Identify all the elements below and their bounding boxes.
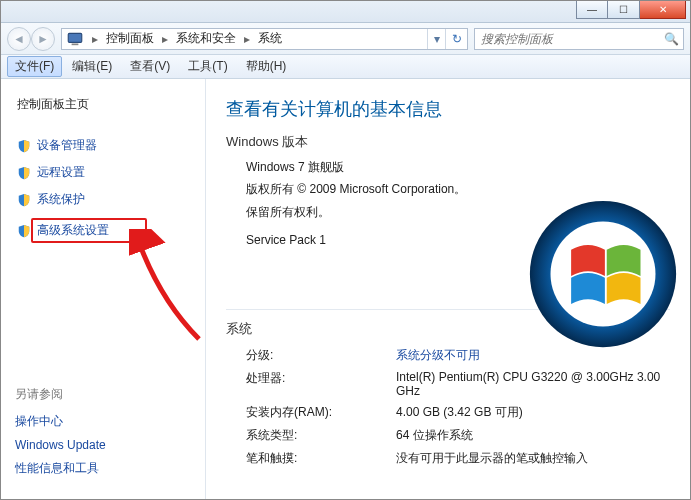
see-also-section: 另请参阅 操作中心 Windows Update 性能信息和工具: [1, 374, 205, 499]
search-box[interactable]: 🔍: [474, 28, 684, 50]
sidebar-item-advanced-system-settings[interactable]: 高级系统设置: [15, 213, 191, 248]
menu-edit[interactable]: 编辑(E): [64, 56, 120, 77]
search-input[interactable]: [479, 31, 664, 47]
spec-value: 4.00 GB (3.42 GB 可用): [396, 404, 670, 421]
minimize-button[interactable]: —: [576, 1, 608, 19]
menu-file[interactable]: 文件(F): [7, 56, 62, 77]
spec-label: 分级:: [246, 347, 396, 364]
spec-row-ram: 安装内存(RAM): 4.00 GB (3.42 GB 可用): [246, 401, 670, 424]
seealso-windows-update[interactable]: Windows Update: [15, 434, 191, 456]
breadcrumb-dropdown-icon[interactable]: ▾: [427, 29, 445, 49]
sidebar-item-remote-settings[interactable]: 远程设置: [15, 159, 191, 186]
shield-icon: [17, 224, 31, 238]
sidebar-home[interactable]: 控制面板主页: [15, 91, 191, 118]
crumb-sep-icon: ▸: [88, 32, 102, 46]
menu-bar: 文件(F) 编辑(E) 查看(V) 工具(T) 帮助(H): [1, 55, 690, 79]
section-windows-edition: Windows 版本: [226, 133, 670, 151]
menu-help[interactable]: 帮助(H): [238, 56, 295, 77]
spec-row-pen-touch: 笔和触摸: 没有可用于此显示器的笔或触控输入: [246, 447, 670, 470]
shield-icon: [17, 166, 31, 180]
sidebar-item-system-protection[interactable]: 系统保护: [15, 186, 191, 213]
computer-icon: [66, 30, 84, 48]
sidebar-item-device-manager[interactable]: 设备管理器: [15, 132, 191, 159]
spec-value: 没有可用于此显示器的笔或触控输入: [396, 450, 670, 467]
spec-value-rating[interactable]: 系统分级不可用: [396, 347, 670, 364]
sidebar-item-label: 系统保护: [37, 191, 85, 208]
spec-label: 安装内存(RAM):: [246, 404, 396, 421]
search-icon: 🔍: [664, 32, 679, 46]
annotation-highlight-box: 高级系统设置: [31, 218, 147, 243]
crumb-system-security[interactable]: 系统和安全: [172, 30, 240, 47]
crumb-control-panel[interactable]: 控制面板: [102, 30, 158, 47]
spec-label: 处理器:: [246, 370, 396, 398]
spec-value: 64 位操作系统: [396, 427, 670, 444]
svg-rect-0: [68, 33, 82, 42]
nav-row: ◄ ► ▸ 控制面板 ▸ 系统和安全 ▸ 系统 ▾ ↻ 🔍: [1, 23, 690, 55]
window-titlebar: — ☐ ✕: [1, 1, 690, 23]
sidebar-item-label: 高级系统设置: [37, 223, 109, 237]
refresh-button[interactable]: ↻: [445, 29, 467, 49]
side-panel: 控制面板主页 设备管理器 远程设置 系统保护: [1, 79, 206, 499]
spec-value: Intel(R) Pentium(R) CPU G3220 @ 3.00GHz …: [396, 370, 670, 398]
menu-tools[interactable]: 工具(T): [180, 56, 235, 77]
system-spec-table: 分级: 系统分级不可用 处理器: Intel(R) Pentium(R) CPU…: [226, 344, 670, 470]
windows-logo-icon: [528, 199, 678, 349]
seealso-action-center[interactable]: 操作中心: [15, 409, 191, 434]
close-button[interactable]: ✕: [640, 1, 686, 19]
main-panel: 查看有关计算机的基本信息 Windows 版本 Windows 7 旗舰版 版权…: [206, 79, 690, 499]
crumb-system[interactable]: 系统: [254, 30, 286, 47]
shield-icon: [17, 139, 31, 153]
crumb-sep-icon: ▸: [240, 32, 254, 46]
window-controls: — ☐ ✕: [576, 1, 686, 19]
edition-name: Windows 7 旗舰版: [246, 157, 670, 177]
svg-rect-1: [72, 43, 79, 45]
menu-view[interactable]: 查看(V): [122, 56, 178, 77]
nav-forward-button[interactable]: ►: [31, 27, 55, 51]
sidebar-item-label: 设备管理器: [37, 137, 97, 154]
seealso-performance-info[interactable]: 性能信息和工具: [15, 456, 191, 481]
crumb-sep-icon: ▸: [158, 32, 172, 46]
page-title: 查看有关计算机的基本信息: [226, 97, 670, 121]
nav-back-button[interactable]: ◄: [7, 27, 31, 51]
see-also-title: 另请参阅: [15, 386, 191, 403]
spec-row-processor: 处理器: Intel(R) Pentium(R) CPU G3220 @ 3.0…: [246, 367, 670, 401]
spec-label: 系统类型:: [246, 427, 396, 444]
breadcrumb-bar[interactable]: ▸ 控制面板 ▸ 系统和安全 ▸ 系统 ▾ ↻: [61, 28, 468, 50]
spec-label: 笔和触摸:: [246, 450, 396, 467]
copyright-line1: 版权所有 © 2009 Microsoft Corporation。: [246, 179, 670, 199]
maximize-button[interactable]: ☐: [608, 1, 640, 19]
spec-row-system-type: 系统类型: 64 位操作系统: [246, 424, 670, 447]
shield-icon: [17, 193, 31, 207]
sidebar-item-label: 远程设置: [37, 164, 85, 181]
